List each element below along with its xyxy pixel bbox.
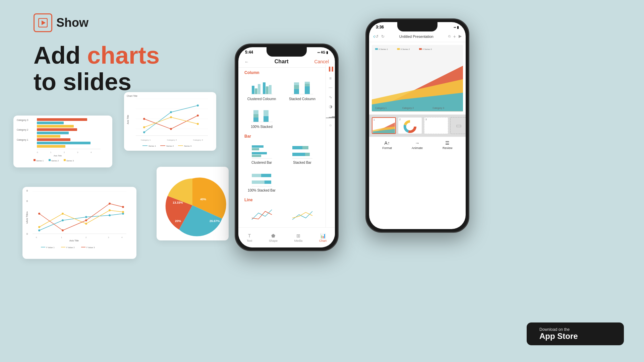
svg-rect-21	[34, 159, 36, 161]
svg-point-42	[197, 123, 199, 125]
svg-point-41	[170, 116, 172, 118]
format-tool[interactable]: A↑ Format	[382, 140, 392, 150]
svg-rect-10	[37, 135, 60, 138]
svg-text:Series 2: Series 2	[166, 145, 174, 147]
phone-left: 5:44 ▪▪ 4G ▮ ← Chart Cancel Column	[235, 44, 339, 251]
slide-thumb-2[interactable]: 2	[398, 117, 422, 134]
add-slide-button[interactable]: ▭	[450, 117, 466, 134]
toolbar-shape[interactable]: ⬟ Shape	[269, 233, 278, 242]
toolbar-chart[interactable]: 📊 Chart	[319, 233, 327, 242]
clustered-column-label: Clustered Coloumn	[247, 97, 276, 101]
share-icon[interactable]: ⎋	[448, 34, 451, 39]
svg-point-35	[170, 111, 172, 113]
svg-rect-7	[37, 125, 74, 128]
review-tool[interactable]: ☰ Review	[443, 140, 453, 150]
sidebar-circle-icon[interactable]: ○	[329, 123, 332, 128]
headline-highlight: charts	[87, 42, 160, 69]
svg-text:Axis Title: Axis Title	[54, 155, 62, 157]
svg-point-76	[109, 203, 111, 205]
toolbar-text[interactable]: T Text	[247, 233, 252, 242]
svg-text:13.33%: 13.33%	[173, 201, 183, 204]
headline-line2: to slides	[34, 68, 131, 95]
slide-num-2: 2	[399, 118, 401, 121]
svg-text:4: 4	[121, 236, 123, 238]
svg-text:1: 1	[50, 151, 52, 153]
svg-point-66	[109, 214, 111, 216]
chart-type-header: ← Chart Cancel	[238, 56, 335, 68]
chart-item-100-stacked-bar[interactable]: 100% Stacked Bar	[242, 168, 282, 195]
format-label: Format	[382, 146, 392, 150]
svg-text:Category 2: Category 2	[17, 129, 28, 131]
svg-text:0: 0	[26, 233, 28, 235]
animate-tool[interactable]: → Animate	[412, 140, 423, 150]
add-icon[interactable]: +	[453, 34, 456, 39]
slide-num-1: 1	[373, 119, 375, 121]
svg-point-63	[38, 229, 40, 231]
svg-point-39	[197, 115, 199, 117]
svg-rect-99	[294, 85, 299, 89]
status-time-left: 5:44	[245, 50, 253, 55]
svg-text:X Series 3: X Series 3	[422, 48, 432, 50]
svg-point-65	[85, 216, 87, 218]
chart-panel-title: Chart	[275, 59, 289, 65]
chart-item-clustered-column[interactable]: Clustered Coloumn	[242, 76, 282, 103]
redo-icon[interactable]: ↻	[381, 34, 385, 39]
svg-text:Chart Title: Chart Title	[127, 95, 137, 97]
svg-rect-137	[419, 48, 422, 50]
line-chart-top-card: Chart Title Axis Title Category 1 Catego…	[124, 92, 216, 151]
chart-item-line1[interactable]	[242, 204, 282, 227]
svg-text:Category 1: Category 1	[375, 107, 387, 110]
back-arrow[interactable]: ←	[244, 59, 249, 64]
sidebar-scatter-icon[interactable]: ⋯	[329, 85, 333, 90]
chart-item-line2[interactable]	[282, 204, 322, 227]
stacked-bar-label: Stacked Bar	[293, 161, 311, 164]
download-line2: App Store	[539, 332, 578, 341]
sidebar-table-icon[interactable]: ≡	[329, 76, 332, 81]
cancel-button[interactable]: Cancel	[314, 59, 329, 64]
svg-rect-113	[252, 152, 267, 154]
svg-text:Category 3: Category 3	[432, 107, 444, 110]
bottom-tools-right: A↑ Format → Animate ☰ Review	[369, 137, 466, 153]
svg-point-38	[170, 128, 172, 130]
svg-rect-106	[253, 110, 258, 114]
svg-text:Category 1: Category 1	[17, 139, 28, 141]
svg-rect-112	[252, 148, 259, 150]
svg-text:Category 2: Category 2	[402, 107, 414, 110]
chart-item-stacked-bar[interactable]: Stacked Bar	[282, 140, 322, 167]
svg-text:4: 4	[26, 211, 28, 213]
chart-item-clustered-bar[interactable]: Clustered Bar	[242, 140, 282, 167]
svg-point-68	[38, 226, 40, 228]
phone-right-notch	[397, 22, 437, 31]
section-bar-label: Bar	[238, 131, 326, 140]
sidebar-pie-icon[interactable]: ◑	[329, 104, 332, 109]
svg-text:X Series 2: X Series 2	[401, 48, 410, 50]
svg-text:Category 1: Category 1	[141, 139, 151, 141]
svg-rect-103	[305, 82, 310, 84]
svg-rect-122	[252, 174, 261, 177]
sidebar-line-icon[interactable]: ∿	[329, 95, 332, 99]
undo-icon[interactable]: ↺	[375, 34, 378, 39]
svg-rect-8	[37, 128, 77, 131]
sidebar-area-icon[interactable]: ▁▂▃	[326, 114, 335, 118]
svg-rect-6	[37, 122, 64, 124]
toolbar-media[interactable]: ⊞ Media	[294, 233, 303, 242]
slide-thumb-3[interactable]: 3	[424, 117, 448, 134]
pie-chart-card: 26.67% 20% 13.33% 40%	[157, 167, 229, 240]
play-icon[interactable]: ▶	[459, 34, 462, 39]
app-store-button[interactable]: Download on the App Store	[527, 322, 624, 345]
svg-rect-11	[37, 138, 70, 141]
chart-item-stacked-column[interactable]: Stacked Coloumn	[282, 76, 322, 103]
svg-point-77	[122, 206, 124, 208]
undo-redo: ↺ ↻	[375, 34, 385, 39]
svg-point-70	[85, 223, 87, 225]
sidebar-bar-icon[interactable]: ▐▐	[328, 67, 333, 71]
section-column-label: Column	[238, 68, 326, 76]
svg-rect-135	[397, 48, 400, 50]
svg-point-73	[38, 213, 40, 215]
line-chart-bottom-card: 8 6 4 2 0 0 1 2 3 4 Axis Title	[22, 187, 136, 259]
svg-point-36	[197, 104, 199, 106]
svg-text:8: 8	[26, 190, 28, 192]
chart-item-100-stacked[interactable]: 100% Stacked	[242, 104, 282, 131]
svg-rect-118	[292, 153, 305, 156]
slide-thumb-1[interactable]: 1	[372, 117, 396, 134]
